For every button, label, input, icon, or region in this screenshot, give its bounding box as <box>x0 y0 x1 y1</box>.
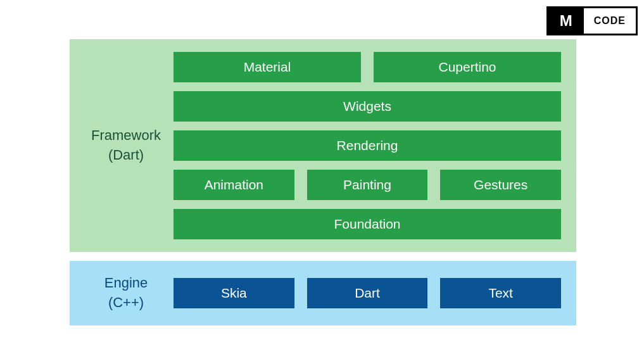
block-gestures: Gestures <box>440 170 561 200</box>
block-rendering: Rendering <box>174 130 561 161</box>
engine-row: Skia Dart Text <box>174 278 561 308</box>
architecture-diagram: Framework (Dart) Material Cupertino Widg… <box>70 39 576 325</box>
logo-letter: M <box>548 8 584 34</box>
block-skia: Skia <box>174 278 294 308</box>
framework-section: Framework (Dart) Material Cupertino Widg… <box>70 39 576 252</box>
framework-content: Material Cupertino Widgets Rendering Ani… <box>174 52 561 239</box>
engine-label-title: Engine <box>104 275 148 291</box>
framework-row: Animation Painting Gestures <box>174 170 561 200</box>
logo-text: CODE <box>584 15 636 27</box>
block-animation: Animation <box>174 170 294 200</box>
engine-label-sub: (C++) <box>108 294 144 310</box>
engine-label: Engine (C++) <box>79 274 174 313</box>
block-painting: Painting <box>307 170 428 200</box>
framework-label: Framework (Dart) <box>79 126 174 165</box>
engine-content: Skia Dart Text <box>174 278 561 308</box>
block-dart: Dart <box>307 278 428 308</box>
logo-badge: M CODE <box>546 6 638 35</box>
framework-row: Rendering <box>174 130 561 161</box>
block-text: Text <box>440 278 561 308</box>
framework-label-sub: (Dart) <box>108 147 144 163</box>
framework-row: Foundation <box>174 209 561 239</box>
block-cupertino: Cupertino <box>374 52 561 82</box>
framework-row: Widgets <box>174 91 561 122</box>
engine-section: Engine (C++) Skia Dart Text <box>70 261 576 325</box>
framework-label-title: Framework <box>91 127 161 143</box>
block-material: Material <box>174 52 361 82</box>
framework-row: Material Cupertino <box>174 52 561 82</box>
block-foundation: Foundation <box>174 209 561 239</box>
block-widgets: Widgets <box>174 91 561 122</box>
